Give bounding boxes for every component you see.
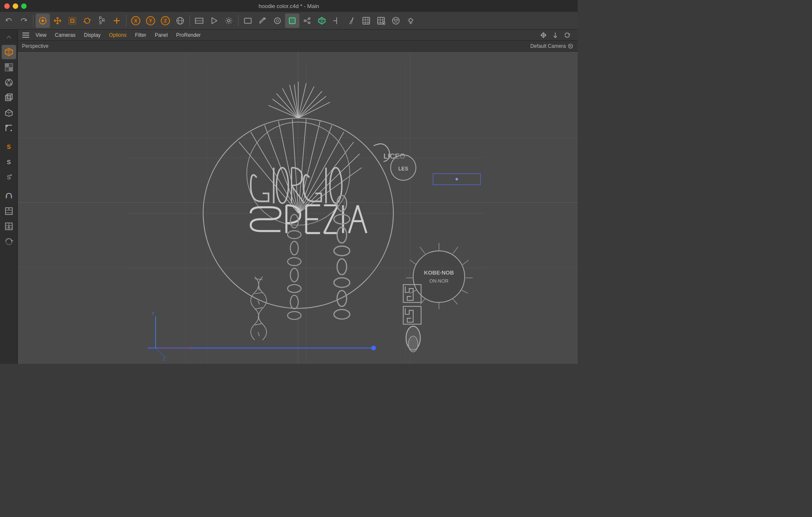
svg-line-126 — [239, 142, 299, 213]
svg-rect-51 — [383, 23, 384, 24]
sidebar-cube2-btn[interactable] — [2, 91, 16, 105]
x-axis-button[interactable]: X — [129, 14, 143, 28]
minimize-button[interactable] — [13, 3, 18, 9]
sidebar-spline-s3-btn[interactable]: S — [2, 170, 16, 184]
cube-isometric-button[interactable] — [315, 14, 329, 28]
svg-point-1 — [41, 19, 44, 22]
menu-prorender[interactable]: ProRender — [173, 31, 204, 39]
svg-text:S: S — [7, 159, 11, 165]
y-axis-button[interactable]: Y — [143, 14, 158, 28]
svg-line-177 — [255, 279, 263, 280]
window-controls[interactable] — [4, 3, 27, 9]
render-region-button[interactable] — [192, 14, 206, 28]
timeline-button[interactable] — [329, 14, 344, 28]
scale-tool-button[interactable] — [65, 14, 80, 28]
left-sidebar: S S S — [0, 30, 18, 364]
svg-text:Y: Y — [149, 19, 152, 23]
svg-line-190 — [461, 290, 468, 293]
render-play-button[interactable] — [207, 14, 221, 28]
svg-line-81 — [9, 112, 12, 113]
svg-point-172 — [288, 258, 301, 266]
grid-lock-button[interactable] — [374, 14, 388, 28]
svg-point-30 — [304, 20, 306, 22]
viewport-header: Perspective Default Camera — [18, 41, 578, 52]
z-axis-button[interactable]: Z — [158, 14, 173, 28]
svg-point-203 — [409, 336, 418, 352]
menu-display[interactable]: Display — [80, 31, 104, 39]
svg-point-168 — [334, 310, 350, 319]
world-button[interactable] — [173, 14, 187, 28]
psr-button[interactable]: PS R — [95, 14, 109, 28]
grid-view-button[interactable] — [359, 14, 373, 28]
sidebar-rotate-btn[interactable] — [2, 234, 16, 249]
svg-point-106 — [569, 44, 570, 45]
nav-refresh-button[interactable] — [562, 30, 572, 40]
svg-point-167 — [337, 291, 346, 306]
scene-canvas[interactable]: LICEO LES — [18, 41, 578, 364]
perspective-view-button[interactable] — [241, 14, 255, 28]
sidebar-checker-btn[interactable] — [2, 60, 16, 74]
svg-line-118 — [298, 91, 322, 118]
maximize-button[interactable] — [21, 3, 27, 9]
svg-text:Y: Y — [152, 311, 155, 316]
sidebar-corner-btn[interactable] — [2, 121, 16, 135]
redo-button[interactable] — [16, 14, 31, 28]
svg-rect-63 — [9, 67, 13, 71]
sidebar-cube-btn[interactable] — [2, 45, 16, 59]
svg-line-151 — [324, 205, 338, 233]
svg-line-71 — [9, 80, 11, 84]
svg-point-24 — [228, 19, 230, 22]
svg-point-170 — [288, 231, 301, 239]
menu-panel[interactable]: Panel — [151, 31, 171, 39]
rotate-tool-button[interactable] — [80, 14, 94, 28]
move-tool-button[interactable] — [50, 14, 65, 28]
svg-point-171 — [291, 242, 299, 255]
sidebar-spline-s-btn[interactable]: S — [2, 140, 16, 154]
svg-text:Z: Z — [164, 19, 167, 23]
sidebar-layer2-btn[interactable] — [2, 219, 16, 234]
animation-button[interactable] — [389, 14, 403, 28]
svg-rect-40 — [363, 17, 370, 24]
sidebar-polygon-btn[interactable] — [2, 75, 16, 90]
svg-point-164 — [334, 246, 350, 256]
svg-point-163 — [337, 227, 346, 243]
render-settings-button[interactable] — [222, 14, 236, 28]
svg-line-196 — [410, 260, 416, 265]
hair-button[interactable] — [344, 14, 359, 28]
svg-point-27 — [274, 18, 280, 24]
light-button[interactable] — [403, 14, 418, 28]
menubar: View Cameras Display Options Filter Pane… — [18, 30, 578, 41]
menu-options[interactable]: Options — [106, 31, 130, 39]
svg-point-174 — [288, 285, 301, 293]
sculpt-active-button[interactable] — [285, 14, 299, 28]
svg-line-183 — [255, 323, 263, 325]
svg-rect-83 — [11, 130, 12, 131]
nav-down-button[interactable] — [551, 30, 560, 40]
svg-line-210 — [156, 348, 165, 358]
title-bar: hoodie color.c4d * - Main — [0, 0, 578, 12]
pen-tool-button[interactable] — [255, 14, 270, 28]
nodes-button[interactable] — [300, 14, 314, 28]
svg-point-105 — [570, 45, 571, 47]
hamburger-menu[interactable] — [21, 30, 30, 40]
svg-text:LES: LES — [398, 166, 409, 172]
svg-point-165 — [337, 259, 346, 275]
svg-line-80 — [5, 112, 9, 113]
sidebar-layer1-btn[interactable] — [2, 204, 16, 218]
undo-button[interactable] — [2, 14, 16, 28]
sidebar-spline-s2-btn[interactable]: S — [2, 155, 16, 169]
add-object-button[interactable] — [110, 14, 124, 28]
nav-move-button[interactable] — [539, 30, 548, 40]
svg-text:ON·NOR: ON·NOR — [429, 278, 448, 283]
menu-filter[interactable]: Filter — [132, 31, 150, 39]
menu-view[interactable]: View — [32, 31, 50, 39]
select-tool-button[interactable] — [36, 14, 50, 28]
menu-cameras[interactable]: Cameras — [52, 31, 79, 39]
svg-point-32 — [308, 22, 310, 24]
sidebar-magnet-btn[interactable] — [2, 189, 16, 203]
close-button[interactable] — [4, 3, 10, 9]
model-tool-button[interactable] — [270, 14, 285, 28]
sidebar-cube3-btn[interactable] — [2, 106, 16, 120]
svg-line-33 — [306, 19, 308, 21]
sidebar-nav — [2, 31, 16, 43]
